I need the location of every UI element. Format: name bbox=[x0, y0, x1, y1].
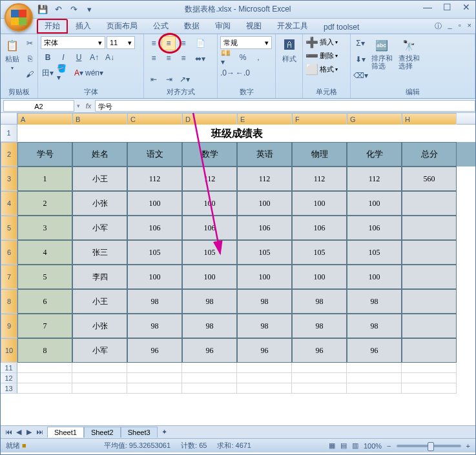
decrease-indent-icon[interactable]: ⇤ bbox=[147, 72, 161, 86]
table-cell[interactable]: 小张 bbox=[72, 191, 127, 216]
table-cell[interactable]: 98 bbox=[182, 289, 237, 314]
row-header[interactable]: 5 bbox=[1, 216, 17, 240]
font-name-select[interactable]: 宋体▾ bbox=[41, 36, 105, 49]
table-header-cell[interactable]: 化学 bbox=[347, 142, 402, 167]
table-cell[interactable]: 98 bbox=[182, 314, 237, 338]
column-header[interactable]: G bbox=[347, 113, 402, 126]
table-header-cell[interactable]: 语文 bbox=[127, 142, 182, 167]
table-cell[interactable]: 98 bbox=[347, 289, 402, 314]
last-sheet-icon[interactable]: ⏭ bbox=[34, 428, 45, 436]
empty-cell[interactable] bbox=[127, 363, 182, 373]
autosum-button[interactable]: Σ▾ bbox=[353, 36, 367, 50]
table-cell[interactable]: 96 bbox=[127, 338, 182, 363]
row-header[interactable]: 2 bbox=[1, 142, 17, 167]
table-cell[interactable]: 5 bbox=[17, 265, 72, 289]
table-cell[interactable] bbox=[402, 265, 457, 289]
find-select-button[interactable]: 🔭 查找和 选择 bbox=[396, 36, 422, 71]
empty-cell[interactable] bbox=[237, 363, 292, 373]
merge-center-button[interactable]: ⬌▾ bbox=[193, 52, 207, 66]
qat-dropdown-icon[interactable]: ▾ bbox=[83, 4, 95, 15]
column-header[interactable]: H bbox=[402, 113, 457, 126]
underline-button[interactable]: U bbox=[72, 50, 86, 65]
table-cell[interactable]: 100 bbox=[347, 191, 402, 216]
zoom-out-icon[interactable]: − bbox=[387, 442, 391, 450]
phonetic-button[interactable]: wén▾ bbox=[87, 66, 101, 80]
empty-cell[interactable] bbox=[292, 363, 347, 373]
delete-cells-button[interactable]: ➖删除▾ bbox=[305, 50, 338, 62]
table-cell[interactable]: 小军 bbox=[72, 338, 127, 363]
row-header[interactable]: 8 bbox=[1, 289, 17, 314]
table-header-cell[interactable]: 物理 bbox=[292, 142, 347, 167]
fill-color-button[interactable]: 🪣▾ bbox=[56, 66, 70, 80]
wrap-text-button[interactable]: 📄 bbox=[193, 36, 207, 50]
table-cell[interactable]: 98 bbox=[347, 314, 402, 338]
table-cell[interactable]: 小张 bbox=[72, 314, 127, 338]
table-cell[interactable]: 96 bbox=[292, 338, 347, 363]
align-right-icon[interactable]: ≡ bbox=[176, 51, 191, 65]
table-cell[interactable]: 112 bbox=[182, 167, 237, 191]
table-cell[interactable]: 98 bbox=[127, 289, 182, 314]
align-top-right-icon[interactable]: ≡ bbox=[176, 36, 191, 50]
table-cell[interactable]: 8 bbox=[17, 338, 72, 363]
empty-cell[interactable] bbox=[402, 373, 457, 383]
empty-cell[interactable] bbox=[292, 383, 347, 394]
table-cell[interactable]: 小王 bbox=[72, 167, 127, 191]
empty-cell[interactable] bbox=[347, 373, 402, 383]
row-header[interactable]: 6 bbox=[1, 240, 17, 265]
table-cell[interactable]: 96 bbox=[182, 338, 237, 363]
worksheet-area[interactable]: ABCDEFGH 1班级成绩表2学号姓名语文数学英语物理化学总分31小王1121… bbox=[1, 113, 475, 425]
comma-button[interactable]: , bbox=[251, 50, 265, 65]
new-sheet-icon[interactable]: ✦ bbox=[158, 428, 171, 436]
table-cell[interactable]: 100 bbox=[292, 191, 347, 216]
empty-cell[interactable] bbox=[17, 363, 72, 373]
table-cell[interactable]: 100 bbox=[127, 265, 182, 289]
row-header[interactable]: 7 bbox=[1, 265, 17, 289]
increase-indent-icon[interactable]: ⇥ bbox=[162, 72, 176, 86]
table-cell[interactable]: 100 bbox=[292, 265, 347, 289]
table-header-cell[interactable]: 英语 bbox=[237, 142, 292, 167]
formula-input[interactable]: 学号 bbox=[95, 100, 475, 112]
sheet-tab-2[interactable]: Sheet2 bbox=[84, 427, 121, 438]
view-layout-icon[interactable]: ▤ bbox=[340, 441, 347, 450]
tab-review[interactable]: 审阅 bbox=[207, 19, 238, 34]
save-icon[interactable]: 💾 bbox=[37, 4, 48, 15]
table-cell[interactable]: 112 bbox=[127, 167, 182, 191]
row-header[interactable]: 3 bbox=[1, 167, 17, 191]
table-cell[interactable]: 3 bbox=[17, 216, 72, 240]
prev-sheet-icon[interactable]: ◀ bbox=[14, 428, 24, 436]
minimize-icon[interactable]: — bbox=[422, 2, 433, 12]
ribbon-restore-icon[interactable]: ▫ bbox=[459, 21, 461, 31]
table-cell[interactable] bbox=[402, 314, 457, 338]
tab-insert[interactable]: 插入 bbox=[68, 19, 99, 34]
view-normal-icon[interactable]: ▦ bbox=[329, 441, 335, 450]
table-cell[interactable]: 100 bbox=[237, 265, 292, 289]
align-left-icon[interactable]: ≡ bbox=[147, 51, 161, 65]
insert-cells-button[interactable]: ➕插入▾ bbox=[305, 36, 338, 48]
empty-cell[interactable] bbox=[17, 373, 72, 383]
empty-cell[interactable] bbox=[182, 383, 237, 394]
empty-cell[interactable] bbox=[237, 373, 292, 383]
tab-view[interactable]: 视图 bbox=[238, 19, 269, 34]
table-title[interactable]: 班级成绩表 bbox=[17, 125, 457, 142]
zoom-level[interactable]: 100% bbox=[364, 442, 382, 450]
row-header[interactable]: 4 bbox=[1, 191, 17, 216]
empty-cell[interactable] bbox=[237, 383, 292, 394]
table-cell[interactable]: 100 bbox=[347, 265, 402, 289]
name-box[interactable]: A2 bbox=[3, 100, 74, 112]
format-cells-button[interactable]: ⬜格式▾ bbox=[305, 63, 338, 76]
table-cell[interactable]: 100 bbox=[182, 265, 237, 289]
table-cell[interactable]: 560 bbox=[402, 167, 457, 191]
align-top-left-icon[interactable]: ≡ bbox=[147, 36, 161, 50]
empty-cell[interactable] bbox=[127, 373, 182, 383]
column-header[interactable]: D bbox=[182, 113, 237, 126]
font-size-select[interactable]: 11▾ bbox=[107, 36, 135, 49]
table-cell[interactable]: 张三 bbox=[72, 240, 127, 265]
table-cell[interactable]: 112 bbox=[347, 167, 402, 191]
table-cell[interactable]: 112 bbox=[237, 167, 292, 191]
row-header[interactable]: 13 bbox=[1, 383, 17, 394]
redo-icon[interactable]: ↷ bbox=[68, 4, 79, 15]
format-painter-icon[interactable]: 🖌 bbox=[23, 67, 37, 81]
empty-cell[interactable] bbox=[292, 373, 347, 383]
first-sheet-icon[interactable]: ⏮ bbox=[3, 428, 14, 436]
table-cell[interactable]: 100 bbox=[127, 191, 182, 216]
